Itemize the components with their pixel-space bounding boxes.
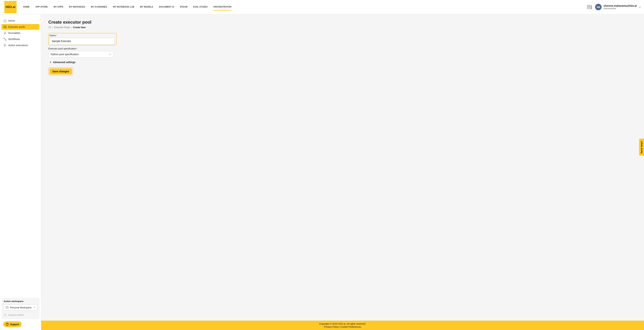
- workspace-icon: [6, 306, 8, 309]
- svg-point-8: [6, 40, 6, 40]
- svg-rect-6: [4, 27, 6, 28]
- save-button-highlight: Save changes: [48, 67, 73, 76]
- chevron-right-icon: [50, 61, 52, 63]
- play-icon: [4, 44, 6, 47]
- required-indicator: *: [56, 34, 57, 37]
- sidebar-collapse-button[interactable]: [38, 17, 44, 22]
- home-icon: [4, 19, 6, 22]
- workflow-icon: [4, 38, 6, 40]
- nav-steam[interactable]: STEAM: [177, 0, 190, 14]
- name-input[interactable]: [50, 38, 115, 44]
- chevron-left-icon: [40, 19, 42, 20]
- chevron-down-icon: [33, 306, 35, 308]
- access-control-link[interactable]: Access control: [4, 313, 37, 317]
- workspace-panel: Active workspace Personal Workspace Acce…: [2, 298, 40, 319]
- folder-icon: [48, 26, 51, 29]
- svg-rect-1: [591, 6, 592, 9]
- footer-sep: |: [339, 326, 340, 328]
- sidebar-item-workflows[interactable]: Workflows: [2, 36, 40, 42]
- spec-select[interactable]: Python pool specification: [48, 51, 114, 58]
- sidebar-item-executor-pools[interactable]: Executor pools: [2, 24, 40, 30]
- nav-eval-studio[interactable]: EVAL STUDIO: [190, 0, 210, 14]
- pool-icon: [4, 26, 6, 28]
- workspace-title: Active workspace: [4, 300, 37, 302]
- user-role: Administrator: [604, 7, 637, 10]
- sidebar-item-label: Executor pools: [8, 26, 25, 28]
- nav-my-ai-engines[interactable]: MY AI ENGINES: [88, 0, 110, 14]
- nav-orchestrator[interactable]: ORCHESTRATOR: [210, 0, 234, 14]
- nav-app-store[interactable]: APP STORE: [32, 0, 51, 14]
- chevron-down-icon: [109, 53, 111, 56]
- user-email: sherene.mahanama@h2o.ai: [604, 4, 637, 7]
- svg-rect-0: [587, 5, 591, 9]
- header-right: SM sherene.mahanama@h2o.ai Administrator: [587, 4, 641, 10]
- sidebar-item-label: Active executions: [8, 44, 28, 47]
- svg-point-14: [7, 325, 8, 325]
- nav-home[interactable]: HOME: [20, 0, 32, 14]
- support-label: Support: [10, 323, 19, 326]
- spec-form-group: Executor pool specification* Python pool…: [48, 47, 637, 58]
- svg-point-11: [5, 314, 6, 315]
- name-field-highlight: Name*: [48, 33, 116, 46]
- cookie-link[interactable]: Cookie Preferences: [340, 326, 361, 328]
- breadcrumb-sep: ›: [52, 26, 53, 29]
- nav-my-notebook-lab[interactable]: MY NOTEBOOK LAB: [110, 0, 137, 14]
- sidebar-item-label: Home: [8, 19, 15, 22]
- privacy-link[interactable]: Privacy Policy: [324, 326, 338, 328]
- support-button[interactable]: Support: [3, 321, 22, 327]
- nav-document-ai[interactable]: DOCUMENT AI: [156, 0, 177, 14]
- svg-point-7: [4, 38, 4, 38]
- svg-point-12: [6, 315, 6, 316]
- access-control-label: Access control: [8, 314, 24, 316]
- user-info: sherene.mahanama@h2o.ai Administrator: [604, 4, 637, 10]
- rocket-icon: [4, 32, 6, 34]
- sidebar-item-runnables[interactable]: Runnables: [2, 30, 40, 36]
- logo[interactable]: H2O.ai: [4, 1, 16, 13]
- top-header: H2O.ai HOME APP STORE MY APPS MY INSTANC…: [0, 0, 644, 14]
- name-label: Name: [50, 34, 56, 37]
- footer: Copyright © 2024 H2O.ai. All rights rese…: [41, 320, 644, 330]
- workspace-selected: Personal Workspace: [10, 306, 32, 309]
- footer-copyright: Copyright © 2024 H2O.ai. All rights rese…: [41, 322, 644, 325]
- spec-value: Python pool specification: [51, 53, 79, 56]
- sidebar: Home Executor pools Runnables Workflows …: [0, 14, 41, 330]
- spec-label-row: Executor pool specification*: [48, 47, 637, 50]
- advanced-settings-toggle[interactable]: Advanced settings: [50, 61, 637, 64]
- sidebar-item-active-executions[interactable]: Active executions: [2, 42, 40, 48]
- user-menu[interactable]: SM sherene.mahanama@h2o.ai Administrator: [595, 4, 641, 10]
- news-icon[interactable]: [587, 5, 592, 9]
- breadcrumb-current: Create New: [73, 26, 86, 29]
- workspace-select[interactable]: Personal Workspace: [4, 304, 37, 310]
- spec-label: Executor pool specification: [48, 47, 76, 50]
- chevron-down-icon: [638, 6, 641, 8]
- save-button[interactable]: Save changes: [50, 68, 72, 74]
- access-icon: [4, 314, 7, 316]
- main-content: Create executor pool › Executor Pools › …: [41, 14, 644, 330]
- name-label-row: Name*: [50, 34, 115, 37]
- side-nav: Home Executor pools Runnables Workflows …: [0, 18, 41, 48]
- nav-my-instances[interactable]: MY INSTANCES: [66, 0, 88, 14]
- help-circle-icon: [6, 323, 9, 326]
- name-form-group: Name*: [50, 34, 115, 44]
- sidebar-item-label: Runnables: [8, 32, 20, 34]
- avatar: SM: [595, 4, 602, 10]
- svg-rect-5: [4, 26, 6, 26]
- nav-my-apps[interactable]: MY APPS: [51, 0, 66, 14]
- breadcrumb-root[interactable]: Executor Pools: [54, 26, 70, 29]
- sidebar-item-home[interactable]: Home: [2, 18, 40, 24]
- breadcrumb: › Executor Pools › Create New: [48, 26, 637, 29]
- svg-rect-9: [6, 306, 8, 308]
- page-title: Create executor pool: [48, 20, 637, 25]
- body: Home Executor pools Runnables Workflows …: [0, 14, 644, 330]
- top-nav: HOME APP STORE MY APPS MY INSTANCES MY A…: [20, 0, 587, 14]
- need-help-tab[interactable]: Need help?: [639, 139, 644, 156]
- footer-links: Privacy Policy | Cookie Preferences: [41, 326, 644, 328]
- nav-my-models[interactable]: MY MODELS: [137, 0, 156, 14]
- sidebar-item-label: Workflows: [8, 38, 20, 40]
- advanced-settings-label: Advanced settings: [53, 61, 76, 64]
- required-indicator: *: [77, 47, 78, 50]
- content-area: Create executor pool › Executor Pools › …: [41, 14, 644, 320]
- breadcrumb-sep: ›: [71, 26, 72, 29]
